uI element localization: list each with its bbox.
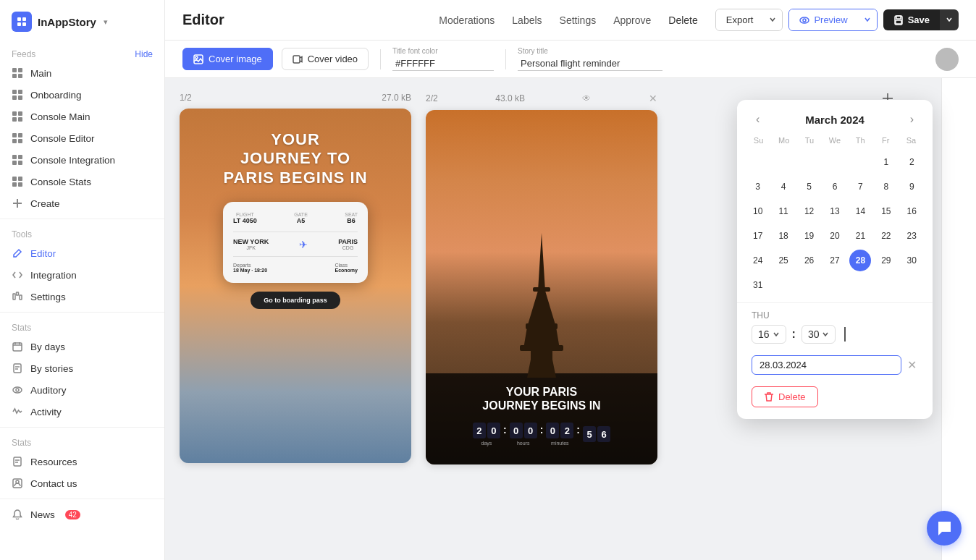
sidebar-item-resources[interactable]: Resources — [0, 451, 164, 472]
calendar-day[interactable]: 4 — [773, 176, 794, 198]
export-dropdown-button[interactable] — [763, 9, 782, 30]
countdown: 2 0 days : 0 0 — [473, 423, 610, 446]
calendar-day[interactable]: 21 — [849, 225, 871, 247]
slide-1-frame[interactable]: YOURJOURNEY TOPARIS BEGINS IN FLIGHTLT 4… — [180, 109, 411, 463]
sidebar-item-activity[interactable]: Activity — [0, 401, 164, 423]
slide-2-frame[interactable]: YOUR PARISJOURNEY BEGINS IN 2 0 days : — [426, 110, 657, 464]
calendar-day[interactable]: 22 — [875, 225, 897, 247]
calendar-prev-button[interactable]: ‹ — [752, 111, 764, 127]
calendar-day[interactable]: 9 — [901, 176, 922, 198]
svg-rect-17 — [18, 133, 22, 137]
moderations-link[interactable]: Moderations — [439, 14, 495, 26]
title-font-color-input[interactable] — [392, 56, 494, 71]
sidebar-item-editor[interactable]: Editor — [0, 242, 164, 264]
chat-bubble[interactable] — [927, 511, 962, 546]
hide-button[interactable]: Hide — [135, 49, 153, 59]
cta-button[interactable]: Go to boarding pass — [251, 292, 340, 309]
calendar-next-button[interactable]: › — [906, 111, 918, 127]
time-separator: : — [792, 328, 796, 341]
calendar-day[interactable]: 24 — [747, 250, 769, 271]
calendar-day[interactable]: 1 — [875, 151, 897, 173]
labels-link[interactable]: Labels — [512, 14, 542, 26]
calendar-day[interactable]: 3 — [747, 176, 769, 198]
create-label: Create — [30, 198, 60, 209]
calendar-day[interactable]: 14 — [849, 200, 871, 222]
calendar-minute-select[interactable]: 30 — [802, 325, 836, 344]
settings-link[interactable]: Settings — [560, 14, 597, 26]
create-item[interactable]: Create — [0, 192, 164, 214]
cover-image-button[interactable]: Cover image — [182, 48, 273, 70]
approve-link[interactable]: Approve — [613, 14, 651, 26]
sidebar-item-console-stats[interactable]: Console Stats — [0, 171, 164, 192]
calendar-day[interactable]: 30 — [901, 250, 922, 271]
save-dropdown-button[interactable] — [940, 9, 959, 30]
slide-2-close-button[interactable]: ✕ — [649, 93, 657, 104]
sidebar-item-console-editor[interactable]: Console Editor — [0, 127, 164, 149]
sidebar-item-onboarding[interactable]: Onboarding — [0, 84, 164, 106]
cover-video-button[interactable]: Cover video — [282, 48, 369, 70]
calendar-day — [747, 151, 769, 173]
sidebar-logo[interactable]: InAppStory ▾ — [0, 12, 164, 43]
calendar-day[interactable]: 10 — [747, 200, 769, 222]
hours-digit-2: 0 — [524, 423, 537, 438]
sidebar-item-contact[interactable]: Contact us — [0, 472, 164, 494]
sidebar-item-label: Contact us — [30, 478, 77, 489]
delete-link[interactable]: Delete — [668, 14, 697, 26]
calendar-day[interactable]: 20 — [824, 225, 846, 247]
content-area: 1/2 27.0 kB YOURJOURNEY TOPARIS BEGINS I… — [165, 78, 976, 560]
calendar-day[interactable]: 5 — [799, 176, 820, 198]
calendar-day — [773, 151, 794, 173]
calendar-day[interactable]: 6 — [824, 176, 846, 198]
export-button[interactable]: Export — [715, 9, 783, 31]
export-main-button[interactable]: Export — [716, 9, 764, 30]
calendar-day[interactable]: 23 — [901, 225, 922, 247]
calendar-day[interactable]: 16 — [901, 200, 922, 222]
calendar-day[interactable]: 7 — [849, 176, 871, 198]
svg-rect-0 — [17, 17, 21, 21]
calendar-clear-button[interactable]: ✕ — [906, 357, 918, 373]
calendar-day[interactable]: 28 — [849, 250, 871, 271]
calendar-day[interactable]: 19 — [799, 225, 820, 247]
calendar-day[interactable]: 8 — [875, 176, 897, 198]
calendar-day[interactable]: 17 — [747, 225, 769, 247]
story-title-input[interactable] — [518, 56, 662, 71]
calendar-day[interactable]: 13 — [824, 200, 846, 222]
sidebar-item-news[interactable]: News 42 — [0, 504, 164, 525]
calendar-day[interactable]: 12 — [799, 200, 820, 222]
sidebar-item-main[interactable]: Main — [0, 62, 164, 84]
calendar-day[interactable]: 27 — [824, 250, 846, 271]
sidebar-item-label: Console Main — [30, 111, 91, 122]
sidebar-item-by-stories[interactable]: By stories — [0, 357, 164, 379]
svg-rect-56 — [526, 323, 558, 329]
svg-rect-16 — [12, 133, 17, 137]
calendar-day[interactable]: 25 — [773, 250, 794, 271]
calendar-day[interactable]: 2 — [901, 151, 922, 173]
calendar-hour-select[interactable]: 16 — [752, 325, 786, 344]
calendar-delete-button[interactable]: Delete — [752, 386, 818, 407]
preview-button[interactable]: Preview — [788, 9, 877, 31]
calendar-day[interactable]: 18 — [773, 225, 794, 247]
calendar-date-input[interactable] — [752, 355, 901, 375]
minutes-label: minutes — [551, 441, 569, 446]
title-font-color-label: Title font color — [392, 47, 494, 55]
sidebar-item-console-main[interactable]: Console Main — [0, 106, 164, 127]
preview-dropdown-button[interactable] — [858, 9, 877, 30]
sidebar-item-label: Console Integration — [30, 155, 115, 166]
calendar-day[interactable]: 15 — [875, 200, 897, 222]
preview-main-button[interactable]: Preview — [789, 9, 857, 30]
calendar-day[interactable]: 11 — [773, 200, 794, 222]
calendar-day — [901, 274, 922, 296]
slide-2-visibility-icon[interactable]: 👁 — [582, 93, 591, 103]
sidebar-item-auditory[interactable]: Auditory — [0, 379, 164, 401]
save-button[interactable]: Save — [883, 9, 959, 30]
title-font-color-field: Title font color — [392, 47, 494, 71]
calendar-day[interactable]: 29 — [875, 250, 897, 271]
svg-rect-30 — [13, 294, 15, 300]
save-main-button[interactable]: Save — [883, 9, 940, 30]
calendar-day[interactable]: 31 — [747, 274, 769, 296]
sidebar-item-settings[interactable]: Settings — [0, 286, 164, 307]
sidebar-item-console-integration[interactable]: Console Integration — [0, 149, 164, 171]
sidebar-item-integration[interactable]: Integration — [0, 264, 164, 286]
calendar-day[interactable]: 26 — [799, 250, 820, 271]
sidebar-item-by-days[interactable]: By days — [0, 336, 164, 357]
